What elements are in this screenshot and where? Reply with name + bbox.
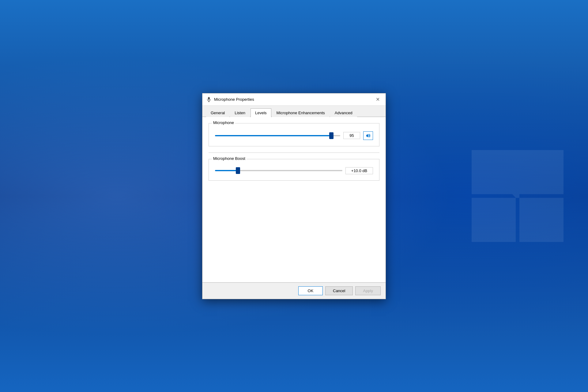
title-bar: Microphone Properties ✕ (202, 93, 386, 106)
microphone-boost-section-label: Microphone Boost (212, 156, 247, 161)
microphone-value-input[interactable] (343, 132, 360, 139)
microphone-icon (206, 96, 212, 102)
microphone-boost-slider-thumb[interactable] (236, 167, 240, 174)
volume-icon (365, 133, 371, 138)
title-bar-left: Microphone Properties (206, 96, 254, 102)
section-divider (209, 153, 379, 153)
cancel-button[interactable]: Cancel (325, 286, 353, 295)
microphone-slider-thumb[interactable] (329, 132, 334, 139)
tab-microphone-enhancements[interactable]: Microphone Enhancements (272, 108, 330, 117)
tab-advanced[interactable]: Advanced (330, 108, 357, 117)
apply-button[interactable]: Apply (355, 286, 381, 295)
microphone-boost-value-input[interactable] (345, 167, 373, 174)
microphone-section: Microphone (209, 123, 379, 146)
microphone-slider-track[interactable] (215, 135, 340, 136)
content-area: Microphone Microphone Boost (202, 117, 386, 282)
microphone-section-label: Microphone (212, 120, 235, 125)
tabs-bar: General Listen Levels Microphone Enhance… (202, 106, 386, 117)
svg-point-0 (208, 97, 210, 100)
microphone-properties-dialog: Microphone Properties ✕ General Listen L… (202, 93, 386, 299)
microphone-slider-row (215, 131, 373, 140)
tab-general[interactable]: General (206, 108, 229, 117)
microphone-boost-slider-fill (215, 170, 238, 171)
tab-levels[interactable]: Levels (251, 108, 271, 117)
dialog-footer: OK Cancel Apply (202, 282, 386, 299)
microphone-mute-button[interactable] (363, 131, 373, 140)
microphone-boost-slider-track[interactable] (215, 170, 342, 171)
dialog-title: Microphone Properties (214, 97, 254, 102)
close-button[interactable]: ✕ (373, 95, 382, 104)
svg-marker-3 (366, 134, 368, 138)
ok-button[interactable]: OK (298, 286, 323, 295)
microphone-boost-slider-row (215, 167, 373, 174)
tab-listen[interactable]: Listen (230, 108, 250, 117)
microphone-slider-fill (215, 135, 331, 136)
microphone-boost-section: Microphone Boost (209, 159, 379, 181)
